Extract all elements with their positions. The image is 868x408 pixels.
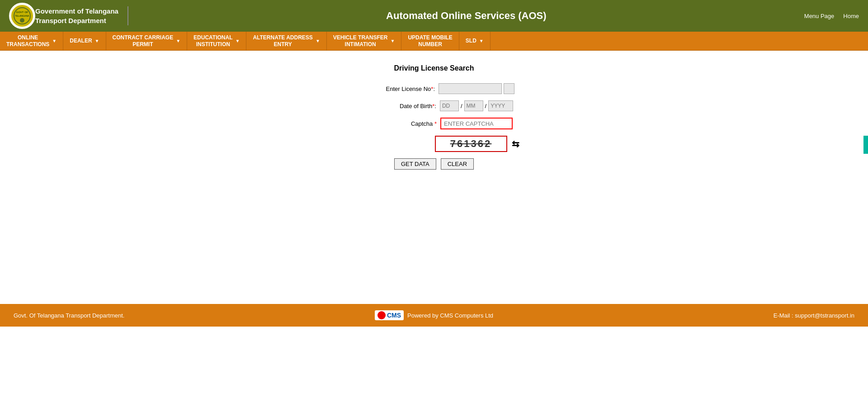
buttons-row: GET DATA CLEAR (14, 158, 854, 170)
chevron-down-icon: ▼ (479, 38, 484, 43)
get-data-button[interactable]: GET DATA (394, 158, 436, 170)
svg-text:TELANGANA: TELANGANA (15, 14, 29, 17)
dob-day-input[interactable] (440, 100, 459, 111)
chevron-down-icon: ▼ (390, 38, 395, 43)
nav-contract-carriage-permit[interactable]: CONTRACT CARRIAGEPERMIT ▼ (106, 32, 188, 50)
nav-sld[interactable]: SLD ▼ (459, 32, 491, 50)
nav-dealer[interactable]: DEALER ▼ (63, 32, 106, 50)
license-input[interactable] (439, 83, 502, 94)
chevron-down-icon: ▼ (236, 38, 240, 43)
captcha-refresh-icon[interactable]: ⇆ (512, 138, 519, 149)
svg-text:GOVT OF: GOVT OF (16, 11, 28, 14)
license-row: Enter License No*: (14, 83, 854, 94)
captcha-input-row: Captcha * (14, 118, 854, 129)
cms-logo: CMS (375, 310, 404, 320)
nav-alternate-address-entry[interactable]: ALTERNATE ADDRESSENTRY ▼ (246, 32, 326, 50)
powered-by-text: Powered by CMS Computers Ltd (407, 312, 493, 319)
app-title: Automated Online Services (AOS) (128, 10, 804, 22)
license-label: Enter License No*: (354, 85, 435, 92)
org-name: Government of Telangana Transport Depart… (35, 6, 128, 25)
captcha-image: 761362 (435, 136, 507, 152)
header-links: Menu Page Home (804, 13, 859, 19)
form-title: Driving License Search (14, 64, 854, 72)
captcha-label: Captcha * (355, 120, 437, 127)
main-content: Driving License Search Enter License No*… (0, 51, 868, 304)
chevron-down-icon: ▼ (316, 38, 320, 43)
nav-educational-institution[interactable]: EDUCATIONALINSTITUTION ▼ (187, 32, 246, 50)
footer: Govt. Of Telangana Transport Department.… (0, 304, 868, 327)
captcha-input[interactable] (440, 118, 513, 129)
header: GOVT OF TELANGANA Government of Telangan… (0, 0, 868, 32)
cms-icon (377, 311, 386, 319)
chevron-down-icon: ▼ (176, 38, 180, 43)
dob-row: Date of Birth*: / / (14, 100, 854, 111)
footer-email: E-Mail : support@tstransport.in (574, 312, 854, 319)
captcha-display-row: 761362 ⇆ (99, 136, 854, 152)
menu-page-link[interactable]: Menu Page (804, 13, 835, 19)
clear-button[interactable]: CLEAR (441, 158, 474, 170)
nav-vehicle-transfer-intimation[interactable]: VEHICLE TRANSFERINTIMATION ▼ (327, 32, 402, 50)
nav-online-transactions[interactable]: ONLINETRANSACTIONS ▼ (0, 32, 63, 50)
nav-update-mobile-number[interactable]: UPDATE MOBILENUMBER (401, 32, 459, 50)
footer-left-text: Govt. Of Telangana Transport Department. (14, 312, 294, 319)
dob-month-input[interactable] (464, 100, 483, 111)
dob-year-input[interactable] (488, 100, 513, 111)
license-suffix-input[interactable] (504, 83, 514, 94)
cms-text: CMS (387, 312, 401, 319)
navigation: ONLINETRANSACTIONS ▼ DEALER ▼ CONTRACT C… (0, 32, 868, 51)
home-link[interactable]: Home (843, 13, 859, 19)
side-accent (863, 136, 868, 154)
footer-center: CMS Powered by CMS Computers Ltd (294, 310, 574, 320)
dob-label: Date of Birth*: (355, 103, 436, 109)
chevron-down-icon: ▼ (95, 38, 99, 43)
dob-inputs: / / (440, 100, 513, 111)
logo: GOVT OF TELANGANA (9, 3, 35, 29)
chevron-down-icon: ▼ (52, 38, 57, 43)
svg-point-4 (20, 18, 24, 23)
